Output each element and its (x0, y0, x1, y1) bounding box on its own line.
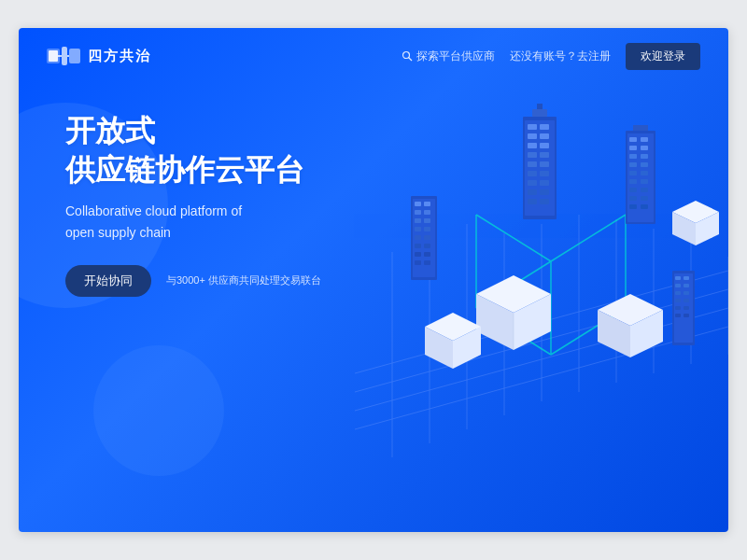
svg-line-7 (409, 58, 413, 62)
svg-rect-94 (424, 260, 430, 265)
hero-actions: 开始协同 与3000+ 供应商共同处理交易联台 (65, 265, 321, 297)
cta-button[interactable]: 开始协同 (65, 265, 151, 297)
svg-rect-49 (540, 199, 549, 204)
cube-top-right (672, 201, 719, 245)
svg-rect-90 (424, 244, 430, 248)
logo-text: 四方共治 (88, 48, 151, 65)
hero-section: 四方共治 探索平台供应商 还没有账号？去注册 欢迎登录 开放式 供应链协作云平台 (19, 28, 728, 532)
svg-rect-114 (675, 306, 681, 310)
svg-rect-70 (629, 204, 637, 209)
svg-rect-108 (675, 284, 681, 287)
login-button[interactable]: 欢迎登录 (626, 43, 700, 70)
svg-rect-60 (629, 162, 637, 167)
browser-frame: 四方共治 探索平台供应商 还没有账号？去注册 欢迎登录 开放式 供应链协作云平台 (19, 28, 728, 532)
svg-rect-57 (641, 146, 648, 150)
hero-title: 开放式 供应链协作云平台 (65, 112, 321, 189)
nav-right: 探索平台供应商 还没有账号？去注册 欢迎登录 (402, 43, 700, 70)
svg-rect-69 (641, 196, 648, 201)
svg-rect-46 (528, 189, 537, 195)
logo-icon (47, 45, 80, 67)
svg-rect-68 (629, 196, 637, 201)
svg-rect-86 (424, 227, 430, 231)
svg-rect-87 (415, 235, 421, 240)
nav-search[interactable]: 探索平台供应商 (402, 49, 495, 64)
search-icon (402, 50, 413, 62)
svg-rect-35 (540, 133, 549, 139)
svg-rect-36 (528, 143, 537, 148)
svg-rect-51 (537, 104, 543, 109)
svg-rect-88 (424, 235, 430, 240)
svg-rect-37 (540, 143, 549, 148)
svg-rect-48 (528, 199, 537, 204)
svg-rect-65 (641, 179, 648, 184)
svg-rect-40 (528, 161, 537, 167)
svg-rect-113 (684, 299, 689, 302)
hero-stat: 与3000+ 供应商共同处理交易联台 (166, 273, 321, 287)
navbar: 四方共治 探索平台供应商 还没有账号？去注册 欢迎登录 (19, 28, 728, 84)
svg-rect-117 (684, 314, 689, 317)
svg-rect-39 (540, 152, 549, 158)
svg-rect-38 (528, 152, 537, 158)
svg-rect-66 (629, 188, 637, 192)
svg-rect-67 (641, 188, 648, 192)
svg-rect-62 (629, 171, 637, 175)
svg-line-22 (476, 215, 551, 261)
svg-rect-92 (424, 252, 430, 257)
svg-rect-43 (540, 171, 549, 176)
svg-rect-81 (415, 210, 421, 215)
svg-rect-42 (528, 171, 537, 176)
building-left (411, 196, 437, 280)
svg-rect-64 (629, 179, 637, 184)
svg-rect-79 (415, 202, 421, 206)
svg-rect-33 (540, 124, 549, 130)
svg-rect-71 (641, 204, 648, 209)
cube-center-large (476, 275, 551, 350)
hero-content: 开放式 供应链协作云平台 Collaborative cloud platfor… (65, 112, 321, 297)
svg-rect-58 (629, 154, 637, 159)
hero-subtitle: Collaborative cloud platform of open sup… (65, 201, 321, 243)
svg-rect-34 (528, 133, 537, 139)
svg-rect-44 (528, 180, 537, 186)
svg-rect-109 (684, 284, 689, 287)
svg-rect-54 (629, 137, 637, 142)
cube-bottom-left (425, 313, 481, 369)
svg-rect-32 (528, 124, 537, 130)
building-1 (523, 104, 557, 219)
svg-rect-106 (675, 276, 681, 280)
svg-point-6 (403, 52, 410, 59)
svg-rect-80 (424, 202, 430, 206)
building-bottom-right (672, 271, 695, 345)
svg-rect-2 (62, 47, 67, 65)
svg-rect-107 (684, 276, 689, 280)
svg-rect-56 (629, 146, 637, 150)
svg-rect-111 (684, 291, 689, 295)
svg-rect-3 (69, 49, 80, 63)
svg-rect-61 (641, 162, 648, 167)
svg-rect-82 (424, 210, 430, 215)
svg-rect-47 (540, 189, 549, 195)
svg-rect-50 (532, 109, 547, 117)
logo-area: 四方共治 (47, 45, 151, 67)
svg-rect-83 (415, 218, 421, 223)
svg-rect-45 (540, 180, 549, 186)
svg-rect-72 (633, 125, 648, 131)
svg-rect-115 (684, 306, 689, 310)
svg-line-23 (551, 215, 626, 261)
svg-rect-93 (415, 260, 421, 265)
svg-rect-112 (675, 299, 681, 302)
svg-rect-63 (641, 171, 648, 175)
svg-rect-84 (424, 218, 430, 223)
nav-register-link[interactable]: 还没有账号？去注册 (510, 49, 611, 64)
svg-rect-91 (415, 252, 421, 257)
svg-rect-55 (641, 137, 648, 142)
svg-rect-41 (540, 161, 549, 167)
svg-rect-116 (675, 314, 681, 317)
svg-rect-89 (415, 244, 421, 248)
svg-rect-59 (641, 154, 648, 159)
svg-rect-1 (49, 50, 58, 62)
svg-rect-110 (675, 291, 681, 295)
svg-rect-85 (415, 227, 421, 231)
building-2 (626, 125, 655, 224)
